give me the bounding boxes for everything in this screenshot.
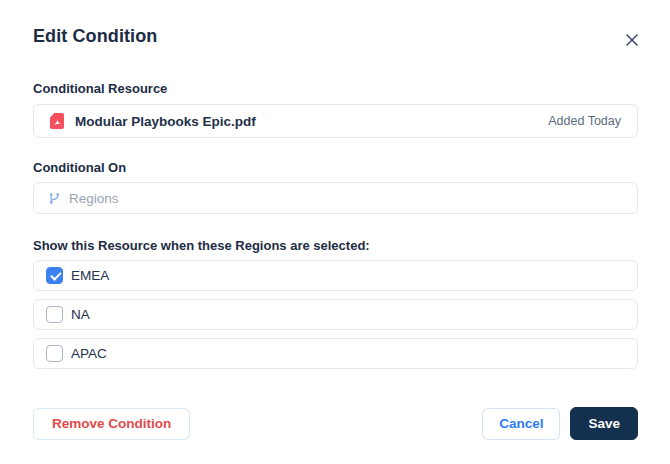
save-button[interactable]: Save — [570, 407, 638, 440]
region-option-row-emea[interactable]: EMEA — [33, 260, 638, 291]
option-label-emea: EMEA — [71, 268, 109, 283]
close-button[interactable] — [622, 30, 642, 50]
region-option-row-na[interactable]: NA — [33, 299, 638, 330]
resource-added-badge: Added Today — [548, 114, 621, 128]
checkbox-na[interactable] — [46, 306, 63, 323]
conditional-resource-label: Conditional Resource — [33, 81, 638, 97]
checkbox-emea[interactable] — [46, 267, 63, 284]
modal-footer: Remove Condition Cancel Save — [33, 407, 638, 440]
show-resource-label: Show this Resource when these Regions ar… — [33, 238, 638, 254]
resource-file-name: Modular Playbooks Epic.pdf — [75, 114, 256, 129]
region-option-row-apac[interactable]: APAC — [33, 338, 638, 369]
conditional-on-label: Conditional On — [33, 160, 638, 176]
conditional-resource-row: Modular Playbooks Epic.pdf Added Today — [33, 104, 638, 138]
modal-title: Edit Condition — [33, 25, 638, 47]
edit-condition-modal: Edit Condition Conditional Resource Modu… — [0, 0, 670, 464]
branch-icon — [48, 192, 61, 205]
pdf-file-icon — [50, 113, 64, 129]
option-label-apac: APAC — [71, 346, 107, 361]
option-label-na: NA — [71, 307, 90, 322]
conditional-on-field[interactable] — [33, 182, 638, 214]
close-icon — [624, 32, 640, 48]
conditional-on-input[interactable] — [69, 191, 623, 206]
cancel-button[interactable]: Cancel — [482, 408, 560, 440]
remove-condition-button[interactable]: Remove Condition — [33, 408, 190, 440]
footer-actions: Cancel Save — [482, 407, 638, 440]
checkbox-apac[interactable] — [46, 345, 63, 362]
